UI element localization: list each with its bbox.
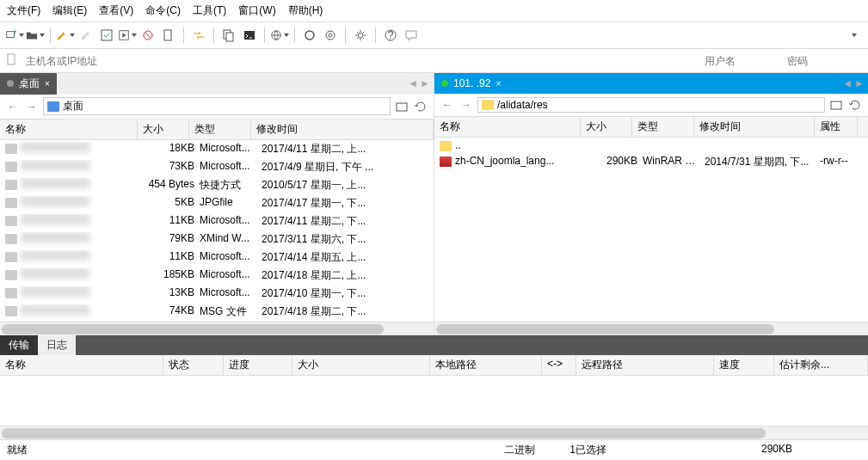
tcol-eta[interactable]: 估计剩余... — [774, 355, 868, 375]
globe-icon[interactable] — [270, 26, 289, 45]
help-icon[interactable]: ? — [381, 26, 400, 45]
svg-point-12 — [358, 33, 363, 38]
tab-transfer[interactable]: 传输 — [0, 335, 38, 355]
copy-icon[interactable] — [219, 26, 238, 45]
table-row[interactable]: xxxx74KBMSG 文件2017/4/18 星期二, 下... — [0, 303, 434, 321]
folder-icon — [482, 100, 494, 110]
remote-tab[interactable]: 101. .92 × — [434, 74, 508, 93]
col-type[interactable]: 类型 — [189, 120, 251, 139]
cancel-icon[interactable] — [139, 26, 157, 45]
spiral-icon[interactable] — [300, 26, 319, 45]
open-icon[interactable] — [26, 26, 45, 45]
menu-help[interactable]: 帮助(H) — [288, 3, 323, 18]
menu-window[interactable]: 窗口(W) — [238, 3, 275, 18]
bubble-icon[interactable] — [402, 26, 421, 45]
menu-tools[interactable]: 工具(T) — [193, 3, 226, 18]
remote-tabbar: 101. .92 × ◄► — [434, 73, 868, 94]
table-row[interactable]: xxxx454 Bytes快捷方式2010/5/17 星期一, 上... — [0, 176, 434, 194]
tcol-speed[interactable]: 速度 — [714, 355, 774, 375]
menu-file[interactable]: 文件(F) — [7, 3, 40, 18]
menu-edit[interactable]: 编辑(E) — [52, 3, 87, 18]
table-row[interactable]: xxxx5KBJPGfile2017/4/17 星期一, 下... — [0, 194, 434, 212]
col-size[interactable]: 大小 — [581, 117, 632, 137]
tcol-status[interactable]: 状态 — [163, 355, 224, 375]
local-tabbar: 桌面 × ◄► — [0, 73, 434, 94]
col-date[interactable]: 修改时间 — [251, 120, 434, 139]
table-row[interactable]: xxxx79KBXMind W...2017/3/11 星期六, 下... — [0, 230, 434, 248]
table-row[interactable]: xxxx73KBMicrosoft...2017/4/9 星期日, 下午 ... — [0, 158, 434, 176]
bookmark-folder-icon[interactable] — [394, 99, 409, 114]
reload-icon[interactable] — [413, 99, 428, 114]
host-input[interactable] — [24, 53, 662, 69]
remote-file-list[interactable]: ..zh-CN_joomla_lang...290KBWinRAR Z...20… — [434, 138, 868, 322]
connection-bar — [0, 49, 868, 73]
bookmark-folder-icon[interactable] — [828, 97, 844, 113]
remote-path-input[interactable]: /alidata/res — [477, 97, 825, 113]
separator — [375, 28, 376, 43]
table-row[interactable]: xxxx185KBMicrosoft...2017/4/18 星期二, 上... — [0, 267, 434, 285]
tcol-progress[interactable]: 进度 — [224, 355, 292, 375]
col-date[interactable]: 修改时间 — [694, 117, 815, 137]
local-tab-label: 桌面 — [19, 77, 40, 91]
separator — [183, 28, 184, 43]
transfer-scrollbar[interactable] — [0, 426, 868, 439]
local-file-list[interactable]: xxxx18KBMicrosoft...2017/4/11 星期二, 上...x… — [0, 140, 434, 322]
transfer-body — [0, 376, 868, 426]
menu-view[interactable]: 查看(V) — [99, 3, 133, 18]
tcol-dir[interactable]: <-> — [542, 355, 576, 375]
tab-next-icon[interactable]: ► — [420, 77, 430, 89]
tab-prev-icon[interactable]: ◄ — [842, 77, 853, 89]
col-name[interactable]: 名称 — [434, 117, 581, 137]
col-size[interactable]: 大小 — [138, 120, 189, 139]
back-icon[interactable]: ← — [440, 97, 455, 113]
remote-scrollbar[interactable] — [434, 322, 868, 335]
forward-icon[interactable]: → — [459, 97, 474, 113]
remote-path-text: /alidata/res — [497, 99, 548, 111]
local-scrollbar[interactable] — [0, 322, 434, 335]
tcol-name[interactable]: 名称 — [0, 355, 163, 375]
col-type[interactable]: 类型 — [632, 117, 694, 137]
target-icon[interactable] — [321, 26, 340, 45]
reload-icon[interactable] — [847, 97, 863, 113]
new-session-icon[interactable] — [5, 26, 24, 45]
table-row[interactable]: .. — [434, 138, 868, 153]
close-icon[interactable]: × — [496, 79, 501, 89]
table-row[interactable]: xxxx18KBMicrosoft...2017/4/11 星期二, 上... — [0, 140, 434, 158]
svg-rect-16 — [397, 103, 407, 111]
refresh-icon[interactable] — [97, 26, 116, 45]
pencil-icon[interactable] — [77, 26, 95, 45]
col-attr[interactable]: 属性 — [815, 117, 858, 137]
play-icon[interactable] — [118, 26, 137, 45]
status-selection: 1已选择 — [569, 443, 606, 457]
forward-icon[interactable]: → — [24, 99, 40, 114]
gear-icon[interactable] — [351, 26, 370, 45]
tab-log[interactable]: 日志 — [38, 335, 76, 355]
close-icon[interactable]: × — [45, 79, 50, 89]
local-path-input[interactable]: 桌面 — [43, 97, 391, 115]
back-icon[interactable]: ← — [5, 99, 21, 114]
edit-icon[interactable] — [56, 26, 75, 45]
terminal-icon[interactable] — [240, 26, 259, 45]
tcol-local[interactable]: 本地路径 — [430, 355, 542, 375]
local-tab[interactable]: 桌面 × — [0, 73, 57, 95]
bookmark-icon[interactable] — [5, 52, 19, 69]
svg-rect-0 — [7, 32, 15, 38]
table-row[interactable]: xxxx13KBMicrosoft...2017/4/10 星期一, 下... — [0, 285, 434, 303]
local-path-text: 桌面 — [63, 99, 83, 113]
menu-command[interactable]: 命令(C) — [145, 3, 181, 18]
table-row[interactable]: xxxx11KBMicrosoft...2017/4/14 星期五, 上... — [0, 248, 434, 267]
user-input[interactable] — [703, 53, 780, 69]
tab-next-icon[interactable]: ► — [854, 77, 865, 89]
table-row[interactable]: xxxx11KBMicrosoft...2017/4/11 星期二, 下... — [0, 212, 434, 230]
tcol-size[interactable]: 大小 — [292, 355, 430, 375]
password-input[interactable] — [785, 53, 863, 69]
local-navbar: ← → 桌面 — [0, 94, 434, 120]
transfer-right-icon[interactable] — [189, 26, 208, 45]
doc-icon[interactable] — [159, 26, 178, 45]
col-name[interactable]: 名称 — [0, 120, 138, 139]
table-row[interactable]: zh-CN_joomla_lang...290KBWinRAR Z...2014… — [434, 153, 868, 171]
status-dot-icon — [441, 80, 448, 87]
toolbar-overflow-icon[interactable] — [844, 26, 863, 45]
tab-prev-icon[interactable]: ◄ — [408, 77, 418, 89]
tcol-remote[interactable]: 远程路径 — [576, 355, 714, 375]
